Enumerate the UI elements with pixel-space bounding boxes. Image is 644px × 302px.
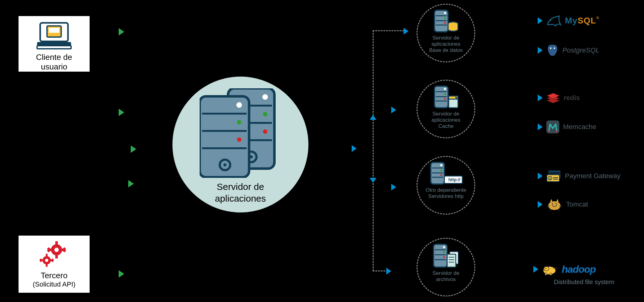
tech-postgres: PostgreSQL xyxy=(538,43,600,57)
server-stack-icon xyxy=(200,88,280,178)
svg-point-102 xyxy=(545,268,546,269)
server-file-icon xyxy=(432,243,460,268)
svg-rect-4 xyxy=(37,46,71,49)
file-circle: Servidor de archivos xyxy=(417,238,475,296)
third-label-2: (Solicitud API) xyxy=(23,280,85,288)
svg-point-65 xyxy=(440,170,442,171)
tech-payment-arrow xyxy=(538,173,543,179)
third-party-node: Tercero (Solicitud API) xyxy=(19,236,90,293)
svg-rect-96 xyxy=(553,179,558,180)
svg-rect-87 xyxy=(546,120,559,133)
postgres-icon xyxy=(546,43,559,57)
svg-point-98 xyxy=(552,203,553,204)
http-badge: http:// xyxy=(448,177,460,182)
svg-text:$: $ xyxy=(549,177,551,180)
svg-rect-92 xyxy=(547,175,559,182)
cache-l3: Cache xyxy=(438,123,453,129)
app-server-label-1: Servidor de xyxy=(217,182,264,192)
svg-rect-2 xyxy=(49,28,59,33)
app-server-label-2: aplicaciones xyxy=(215,193,266,203)
arrow-mid-upper xyxy=(119,109,124,116)
hadoop-sub: Distributed file system xyxy=(544,279,624,286)
svg-point-40 xyxy=(237,137,241,142)
svg-point-56 xyxy=(444,93,446,95)
client-label-2: usuario xyxy=(23,62,85,72)
app-server-label: Servidor de aplicaciones xyxy=(172,181,308,204)
http-circle: http:// Otro dependiente Servidores http xyxy=(417,156,475,215)
svg-point-89 xyxy=(556,131,557,132)
svg-rect-95 xyxy=(553,177,558,178)
svg-point-57 xyxy=(444,98,446,100)
file-l1: Servidor de xyxy=(433,270,460,276)
arrow-to-db xyxy=(404,28,409,35)
hadoop-text: hadoop xyxy=(562,264,596,275)
svg-rect-76 xyxy=(447,254,456,267)
svg-point-55 xyxy=(444,88,446,90)
svg-point-49 xyxy=(444,22,446,24)
tech-redis-arrow xyxy=(538,94,543,101)
http-l2: Servidores http xyxy=(428,193,464,199)
arrow-to-cache xyxy=(391,107,396,113)
svg-point-82 xyxy=(554,48,555,49)
redis-icon xyxy=(546,91,561,104)
arrow-client-top xyxy=(119,28,124,36)
db-l2: aplicaciones xyxy=(431,41,460,47)
server-cache-icon xyxy=(433,85,459,109)
svg-rect-7 xyxy=(55,241,58,245)
arrow-to-file xyxy=(386,268,391,275)
svg-point-38 xyxy=(236,102,242,108)
third-label-1: Tercero xyxy=(23,271,85,280)
svg-rect-103 xyxy=(545,273,547,275)
svg-rect-68 xyxy=(434,244,447,267)
svg-rect-104 xyxy=(550,273,552,275)
arrow-mid-lower xyxy=(128,180,134,187)
tech-memcache-arrow xyxy=(538,124,543,130)
client-node: Cliente de usuario xyxy=(19,16,90,72)
mysql-text: MySQL® xyxy=(565,16,599,26)
svg-point-66 xyxy=(440,174,442,176)
hadoop-icon xyxy=(541,262,559,276)
memcache-icon xyxy=(546,120,560,134)
arrow-bus-up xyxy=(370,115,376,120)
tech-tomcat-arrow xyxy=(538,201,543,208)
cache-l1: Servidor de xyxy=(433,111,460,117)
bus-to-db xyxy=(373,30,407,31)
tech-payment: $ Payment Gateway xyxy=(538,169,621,183)
svg-point-73 xyxy=(443,251,445,253)
app-server-circle: Servidor de aplicaciones xyxy=(172,77,308,212)
arrow-mid xyxy=(131,145,136,153)
cache-circle: Servidor de aplicaciones Cache xyxy=(417,80,475,138)
cache-l2: aplicaciones xyxy=(431,117,460,123)
svg-point-48 xyxy=(444,17,446,19)
payment-text: Payment Gateway xyxy=(565,172,621,180)
svg-point-101 xyxy=(544,266,549,271)
svg-point-47 xyxy=(444,12,446,14)
gears-icon xyxy=(36,239,73,270)
arrow-center-out xyxy=(352,145,357,152)
memcache-text: Memcache xyxy=(563,123,596,131)
svg-point-31 xyxy=(263,129,267,134)
http-l1: Otro dependiente xyxy=(426,187,466,193)
svg-point-42 xyxy=(223,163,227,166)
tech-tomcat: Tomcat xyxy=(538,198,588,211)
db-l1: Servidor de xyxy=(433,35,460,41)
tech-memcache: Memcache xyxy=(538,120,596,134)
server-db-icon xyxy=(433,9,459,33)
svg-point-30 xyxy=(263,112,267,116)
db-l3: Base de datos xyxy=(429,47,463,53)
tech-mysql-arrow xyxy=(538,17,543,24)
tech-postgres-arrow xyxy=(538,47,543,54)
arrow-to-http xyxy=(391,184,396,191)
svg-point-39 xyxy=(237,120,241,124)
svg-point-6 xyxy=(54,248,59,252)
svg-point-72 xyxy=(443,246,445,248)
arrow-bus-down xyxy=(370,178,376,183)
svg-rect-8 xyxy=(55,255,58,258)
svg-point-81 xyxy=(550,48,552,49)
svg-rect-17 xyxy=(46,254,48,257)
laptop-icon xyxy=(34,20,74,51)
mysql-icon xyxy=(546,14,562,27)
svg-point-88 xyxy=(549,131,550,132)
svg-rect-91 xyxy=(548,172,561,174)
bus-vertical xyxy=(373,30,374,271)
